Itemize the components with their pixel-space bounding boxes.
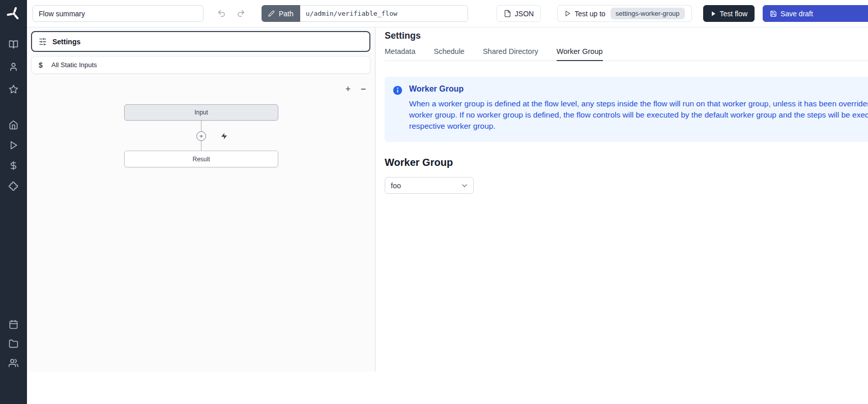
folders-icon[interactable] — [5, 336, 23, 351]
json-button-label: JSON — [515, 10, 534, 18]
flow-editor-app: Path JSON Test up to settings-worker-gro… — [0, 0, 868, 404]
json-button[interactable]: JSON — [497, 5, 541, 22]
schedules-calendar-icon[interactable] — [5, 316, 23, 332]
input-node-label: Input — [194, 109, 208, 116]
result-node-label: Result — [192, 156, 210, 163]
edit-path-button[interactable]: Path — [262, 5, 300, 22]
chevron-down-icon — [460, 182, 469, 190]
zoom-controls: + − — [342, 83, 369, 95]
tab-worker-group[interactable]: Worker Group — [557, 47, 603, 61]
lightning-bolt-icon — [220, 132, 228, 140]
path-label: Path — [279, 10, 294, 18]
path-input[interactable] — [300, 5, 468, 22]
resources-puzzle-icon[interactable] — [5, 178, 23, 193]
flow-graph-panel: Settings $ All Static Inputs + − Input +… — [27, 27, 375, 371]
save-draft-button[interactable]: Save draft — [763, 5, 868, 22]
info-body: When a worker group is defined at the fl… — [409, 98, 868, 132]
topbar: Path JSON Test up to settings-worker-gro… — [27, 0, 868, 27]
test-up-to-target-badge: settings-worker-group — [611, 8, 685, 19]
sidebar — [0, 0, 27, 404]
all-static-inputs-label: All Static Inputs — [51, 61, 97, 69]
info-content: Worker Group When a worker group is defi… — [409, 84, 868, 132]
redo-icon — [237, 9, 245, 18]
variables-dollar-icon[interactable] — [5, 158, 23, 173]
dollar-icon: $ — [39, 61, 46, 69]
info-icon — [392, 85, 403, 132]
sliders-icon — [39, 38, 47, 46]
sidebar-group-top — [5, 37, 23, 97]
info-title: Worker Group — [409, 84, 868, 94]
star-icon[interactable] — [5, 81, 23, 97]
test-up-to-button[interactable]: Test up to settings-worker-group — [557, 5, 691, 22]
runs-play-icon[interactable] — [5, 137, 23, 153]
zoom-out-button[interactable]: − — [358, 83, 369, 95]
zoom-in-button[interactable]: + — [342, 83, 354, 95]
pencil-icon — [268, 10, 275, 17]
result-node[interactable]: Result — [124, 151, 278, 167]
settings-panel-title: Settings — [385, 31, 868, 41]
trigger-button[interactable] — [219, 131, 229, 141]
worker-group-info-box: Worker Group When a worker group is defi… — [385, 77, 868, 142]
insert-step-button[interactable]: + — [196, 131, 206, 141]
windmill-logo[interactable] — [5, 5, 22, 22]
undo-button[interactable] — [214, 6, 229, 21]
settings-tabs: Metadata Schedule Shared Directory Worke… — [385, 47, 868, 61]
home-icon[interactable] — [5, 117, 23, 132]
input-node[interactable]: Input — [124, 104, 278, 121]
test-up-to-label: Test up to — [574, 10, 605, 18]
flow-settings-label: Settings — [52, 38, 80, 46]
sidebar-group-main — [5, 117, 23, 193]
worker-group-selected-value: foo — [391, 182, 401, 190]
worker-group-select[interactable]: foo — [385, 177, 474, 194]
tab-schedule[interactable]: Schedule — [433, 47, 464, 61]
settings-panel: Settings Metadata Schedule Shared Direct… — [376, 27, 868, 404]
test-flow-label: Test flow — [720, 10, 747, 18]
file-json-icon — [504, 10, 511, 17]
save-disk-icon — [770, 10, 777, 17]
flow-summary-input[interactable] — [33, 5, 204, 22]
sidebar-group-bottom — [5, 316, 23, 370]
docs-book-icon[interactable] — [5, 37, 23, 52]
path-group: Path — [262, 5, 468, 22]
groups-users-icon[interactable] — [5, 355, 23, 370]
save-draft-label: Save draft — [780, 10, 813, 18]
undo-icon — [217, 9, 226, 18]
play-icon — [564, 10, 571, 17]
worker-group-heading: Worker Group — [385, 157, 868, 168]
play-filled-icon — [710, 11, 716, 17]
plus-icon: + — [199, 133, 204, 139]
redo-button[interactable] — [233, 6, 248, 21]
user-icon[interactable] — [5, 59, 23, 74]
all-static-inputs-item[interactable]: $ All Static Inputs — [31, 56, 370, 74]
flow-settings-item[interactable]: Settings — [31, 31, 370, 52]
tab-shared-directory[interactable]: Shared Directory — [483, 47, 538, 61]
test-flow-button[interactable]: Test flow — [703, 5, 755, 22]
windmill-logo-icon — [6, 6, 21, 21]
tab-metadata[interactable]: Metadata — [385, 47, 415, 61]
